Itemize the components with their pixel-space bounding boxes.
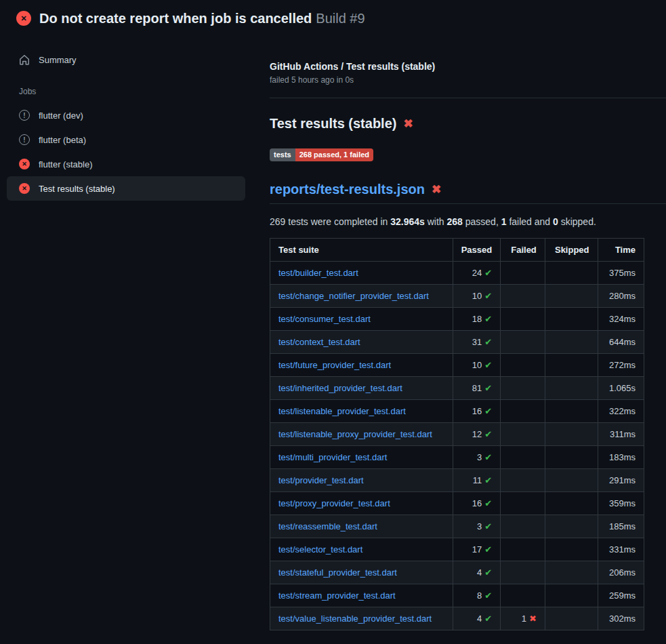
table-row: test/consumer_test.dart18✔324ms <box>270 308 644 331</box>
test-suite-link[interactable]: test/context_test.dart <box>278 337 360 347</box>
time-cell: 322ms <box>598 400 644 423</box>
test-suite-cell: test/stream_provider_test.dart <box>270 584 453 607</box>
sidebar-jobs: !flutter (dev)!flutter (beta)✕flutter (s… <box>7 103 245 201</box>
failed-cell <box>501 561 545 584</box>
count-value: 12 <box>472 429 482 439</box>
test-suite-cell: test/proxy_provider_test.dart <box>270 492 453 515</box>
time-cell: 280ms <box>598 285 644 308</box>
test-suite-link[interactable]: test/stream_provider_test.dart <box>278 590 396 601</box>
summary-part: skipped. <box>558 216 596 227</box>
test-results-table: Test suite Passed Failed Skipped Time te… <box>270 238 644 630</box>
test-suite-link[interactable]: test/multi_provider_test.dart <box>278 452 387 462</box>
table-row: test/listenable_proxy_provider_test.dart… <box>270 423 644 446</box>
count-value: 31 <box>472 337 482 347</box>
skipped-cell <box>545 400 598 423</box>
count-value: 81 <box>472 383 482 393</box>
count-value: 10 <box>472 291 482 301</box>
table-row: test/future_provider_test.dart10✔272ms <box>270 354 644 377</box>
check-icon: ✔ <box>484 337 492 347</box>
run-meta: failed 5 hours ago in 0s <box>270 75 666 85</box>
passed-cell: 3✔ <box>453 446 501 469</box>
failed-cell <box>501 262 545 285</box>
time-cell: 375ms <box>598 262 644 285</box>
test-suite-link[interactable]: test/change_notifier_provider_test.dart <box>278 291 429 301</box>
header-test-suite: Test suite <box>270 239 453 262</box>
count-value: 17 <box>472 544 482 555</box>
test-suite-link[interactable]: test/selector_test.dart <box>278 544 362 555</box>
count-value: 1 <box>522 613 526 624</box>
x-circle-icon: ✕ <box>19 183 30 194</box>
report-link[interactable]: reports/test-results.json <box>270 182 425 197</box>
sidebar-item-summary[interactable]: Summary <box>7 47 245 72</box>
badge-label: tests <box>270 148 295 161</box>
check-icon: ✔ <box>484 360 492 370</box>
table-header: Test suite Passed Failed Skipped Time <box>270 239 644 262</box>
count-value: 11 <box>473 475 482 485</box>
skipped-cell <box>545 538 598 561</box>
run-title-text: Do not create report when job is cancell… <box>39 11 312 26</box>
page-title: Do not create report when job is cancell… <box>39 10 365 26</box>
test-suite-link[interactable]: test/builder_test.dart <box>278 268 358 278</box>
skipped-cell <box>545 446 598 469</box>
sidebar-item-flutter-beta[interactable]: !flutter (beta) <box>7 127 245 152</box>
results-summary: 269 tests were completed in 32.964s with… <box>270 216 666 227</box>
passed-cell: 11✔ <box>453 469 501 492</box>
count-value: 16 <box>472 406 482 416</box>
failed-cell <box>501 515 545 538</box>
passed-cell: 17✔ <box>453 538 501 561</box>
main-content: GitHub Actions / Test results (stable) f… <box>270 35 666 630</box>
check-run-title-text: Test results (stable) <box>270 116 396 132</box>
failed-cell <box>501 492 545 515</box>
test-suite-link[interactable]: test/listenable_provider_test.dart <box>278 406 406 416</box>
check-run-title: Test results (stable) ✖ <box>270 116 666 132</box>
test-suite-link[interactable]: test/reassemble_test.dart <box>278 521 377 531</box>
test-suite-link[interactable]: test/consumer_test.dart <box>278 314 371 324</box>
badge-value: 268 passed, 1 failed <box>295 148 373 161</box>
skipped-cell <box>545 285 598 308</box>
header-passed: Passed <box>453 239 501 262</box>
header-skipped: Skipped <box>545 239 598 262</box>
test-suite-cell: test/inherited_provider_test.dart <box>270 377 453 400</box>
failed-cell <box>501 354 545 377</box>
sidebar-item-test-results-stable[interactable]: ✕Test results (stable) <box>7 176 245 201</box>
test-suite-cell: test/value_listenable_provider_test.dart <box>270 607 453 630</box>
passed-cell: 4✔ <box>453 607 501 630</box>
skipped-cell <box>545 515 598 538</box>
test-suite-link[interactable]: test/proxy_provider_test.dart <box>278 498 390 508</box>
test-suite-link[interactable]: test/provider_test.dart <box>278 475 364 485</box>
sidebar-item-flutter-stable[interactable]: ✕flutter (stable) <box>7 152 245 176</box>
summary-duration: 32.964s <box>390 216 425 227</box>
test-suite-link[interactable]: test/future_provider_test.dart <box>278 360 391 370</box>
table-row: test/listenable_provider_test.dart16✔322… <box>270 400 644 423</box>
count-value: 3 <box>477 452 482 462</box>
test-suite-cell: test/builder_test.dart <box>270 262 453 285</box>
sidebar-item-flutter-dev[interactable]: !flutter (dev) <box>7 103 245 127</box>
time-cell: 331ms <box>598 538 644 561</box>
check-icon: ✔ <box>484 567 492 578</box>
count-value: 3 <box>477 521 482 531</box>
failed-cell <box>501 584 545 607</box>
jobs-heading: Jobs <box>7 72 245 103</box>
report-heading: reports/test-results.json ✖ <box>270 182 666 204</box>
time-cell: 302ms <box>598 607 644 630</box>
test-suite-cell: test/listenable_proxy_provider_test.dart <box>270 423 453 446</box>
skipped-cell <box>545 584 598 607</box>
test-suite-link[interactable]: test/value_listenable_provider_test.dart <box>278 613 432 624</box>
test-suite-link[interactable]: test/inherited_provider_test.dart <box>278 383 402 393</box>
summary-part: 269 tests were completed in <box>270 216 390 227</box>
check-icon: ✔ <box>484 268 492 278</box>
divider <box>270 98 666 98</box>
header-failed: Failed <box>501 239 545 262</box>
summary-failed: 1 <box>501 216 507 227</box>
test-suite-link[interactable]: test/stateful_provider_test.dart <box>278 567 397 578</box>
passed-cell: 31✔ <box>453 331 501 354</box>
time-cell: 644ms <box>598 331 644 354</box>
home-icon <box>19 54 30 65</box>
skipped-cell <box>545 423 598 446</box>
breadcrumb: GitHub Actions / Test results (stable) <box>270 61 666 72</box>
test-results-rows: test/builder_test.dart24✔375mstest/chang… <box>270 262 644 630</box>
count-value: 8 <box>477 590 482 601</box>
time-cell: 324ms <box>598 308 644 331</box>
test-suite-link[interactable]: test/listenable_proxy_provider_test.dart <box>278 429 432 439</box>
count-value: 10 <box>472 360 482 370</box>
